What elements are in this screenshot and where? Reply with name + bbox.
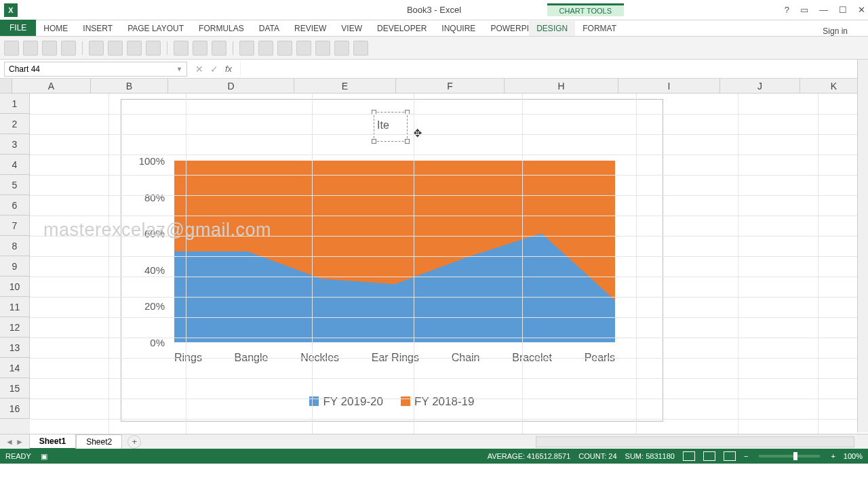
column-header[interactable]: H bbox=[505, 79, 618, 93]
signin-link[interactable]: Sign in bbox=[823, 26, 848, 36]
row-header[interactable]: 8 bbox=[0, 236, 30, 256]
tab-page-layout[interactable]: PAGE LAYOUT bbox=[120, 21, 191, 36]
plot-area[interactable]: 100%80%60%40%20%0% RingsBangleNecklesEar… bbox=[135, 152, 650, 363]
row-header[interactable]: 9 bbox=[0, 256, 30, 277]
horizontal-scrollbar[interactable] bbox=[536, 436, 854, 447]
sheet-tab[interactable]: Sheet1 bbox=[29, 434, 76, 449]
row-header[interactable]: 12 bbox=[0, 317, 30, 338]
qat-icon[interactable] bbox=[127, 41, 142, 56]
status-count: COUNT: 24 bbox=[578, 452, 616, 460]
row-header[interactable]: 11 bbox=[0, 297, 30, 317]
macro-record-icon[interactable]: ▣ bbox=[41, 452, 47, 461]
status-average: AVERAGE: 416512.8571 bbox=[488, 452, 571, 460]
qat-icon[interactable] bbox=[334, 41, 349, 56]
qat-icon[interactable] bbox=[353, 41, 368, 56]
tab-insert[interactable]: INSERT bbox=[75, 21, 120, 36]
row-headers: 12345678910111213141516 bbox=[0, 94, 30, 434]
column-header[interactable]: J bbox=[720, 79, 800, 93]
sheet-tab[interactable]: Sheet2 bbox=[76, 434, 122, 449]
qat-icon[interactable] bbox=[296, 41, 311, 56]
view-normal-icon[interactable] bbox=[683, 451, 695, 461]
qat-icon[interactable] bbox=[258, 41, 273, 56]
qat-icon[interactable] bbox=[193, 41, 208, 56]
sheet-nav-first-icon[interactable]: ◄ bbox=[5, 437, 14, 447]
column-headers: ABDEFHIJK bbox=[0, 79, 868, 94]
maximize-icon[interactable]: ☐ bbox=[839, 5, 847, 15]
qat-icon[interactable] bbox=[108, 41, 123, 56]
ribbon-options-icon[interactable]: ▭ bbox=[800, 5, 808, 15]
tab-view[interactable]: VIEW bbox=[334, 21, 370, 36]
tab-inquire[interactable]: INQUIRE bbox=[434, 21, 483, 36]
minimize-icon[interactable]: — bbox=[819, 5, 828, 15]
row-header[interactable]: 10 bbox=[0, 277, 30, 297]
column-header[interactable]: F bbox=[396, 79, 505, 93]
ribbon-tabs: FILE HOME INSERT PAGE LAYOUT FORMULAS DA… bbox=[0, 20, 868, 37]
chart-plot[interactable] bbox=[174, 161, 615, 342]
row-header[interactable]: 3 bbox=[0, 134, 30, 155]
qat-icon[interactable] bbox=[212, 41, 226, 56]
fx-icon[interactable]: fx bbox=[225, 64, 232, 74]
tab-home[interactable]: HOME bbox=[36, 21, 75, 36]
title-bar: X Book3 - Excel CHART TOOLS ? ▭ — ☐ ✕ bbox=[0, 0, 868, 20]
view-page-break-icon[interactable] bbox=[724, 451, 736, 461]
tab-format[interactable]: FORMAT bbox=[575, 21, 624, 36]
tab-developer[interactable]: DEVELOPER bbox=[370, 21, 434, 36]
qat-icon[interactable] bbox=[315, 41, 330, 56]
close-icon[interactable]: ✕ bbox=[858, 5, 865, 15]
row-header[interactable]: 16 bbox=[0, 399, 30, 419]
view-page-layout-icon[interactable] bbox=[703, 451, 715, 461]
column-header[interactable]: I bbox=[618, 79, 720, 93]
row-header[interactable]: 7 bbox=[0, 216, 30, 236]
vertical-scrollbar[interactable] bbox=[857, 60, 868, 432]
enter-icon[interactable]: ✓ bbox=[210, 64, 218, 75]
help-icon[interactable]: ? bbox=[785, 5, 789, 15]
tab-formulas[interactable]: FORMULAS bbox=[191, 21, 252, 36]
select-all-corner[interactable] bbox=[0, 79, 12, 93]
legend-item[interactable]: FY 2018-19 bbox=[401, 395, 475, 409]
legend-item[interactable]: FY 2019-20 bbox=[309, 395, 383, 409]
sheet-nav-last-icon[interactable]: ► bbox=[16, 437, 24, 447]
name-box[interactable]: Chart 44 ▼ bbox=[4, 62, 187, 77]
column-header[interactable]: A bbox=[12, 79, 91, 93]
qat-icon[interactable] bbox=[146, 41, 161, 56]
row-header[interactable]: 5 bbox=[0, 175, 30, 195]
chart-title-box[interactable]: Ite bbox=[374, 112, 408, 142]
chart-legend[interactable]: FY 2019-20 FY 2018-19 bbox=[121, 395, 663, 409]
qat-icon[interactable] bbox=[89, 41, 104, 56]
row-header[interactable]: 1 bbox=[0, 94, 30, 114]
zoom-slider[interactable] bbox=[759, 455, 820, 458]
new-sheet-button[interactable]: + bbox=[127, 435, 141, 449]
zoom-in-icon[interactable]: + bbox=[831, 452, 835, 460]
qat-icon[interactable] bbox=[61, 41, 76, 56]
row-header[interactable]: 13 bbox=[0, 338, 30, 358]
qat-icon[interactable] bbox=[239, 41, 254, 56]
cancel-icon[interactable]: ✕ bbox=[195, 64, 203, 75]
qat-icon[interactable] bbox=[277, 41, 292, 56]
qat-save-icon[interactable] bbox=[4, 41, 19, 56]
column-header[interactable]: D bbox=[168, 79, 294, 93]
column-header[interactable]: B bbox=[91, 79, 168, 93]
worksheet-grid[interactable]: ABDEFHIJK 12345678910111213141516 master… bbox=[0, 79, 868, 434]
zoom-out-icon[interactable]: − bbox=[744, 452, 748, 460]
row-header[interactable]: 4 bbox=[0, 155, 30, 175]
formula-input[interactable] bbox=[240, 62, 868, 77]
document-title: Book3 - Excel bbox=[407, 5, 461, 15]
chart-object[interactable]: Ite 100%80%60%40%20%0% RingsBangleNeckle… bbox=[121, 99, 663, 422]
row-header[interactable]: 14 bbox=[0, 358, 30, 378]
tab-file[interactable]: FILE bbox=[0, 20, 36, 36]
tab-data[interactable]: DATA bbox=[252, 21, 287, 36]
row-header[interactable]: 15 bbox=[0, 378, 30, 399]
tab-review[interactable]: REVIEW bbox=[287, 21, 334, 36]
row-header[interactable]: 6 bbox=[0, 195, 30, 216]
qat-icon[interactable] bbox=[42, 41, 57, 56]
qat-icon[interactable] bbox=[174, 41, 189, 56]
row-header[interactable]: 2 bbox=[0, 114, 30, 134]
qat-icon[interactable] bbox=[23, 41, 38, 56]
cells-area[interactable]: masterexcelaz@gmail.com Ite 100%80%60%40… bbox=[30, 94, 868, 434]
column-header[interactable]: E bbox=[294, 79, 396, 93]
tab-design[interactable]: DESIGN bbox=[529, 21, 575, 36]
y-axis-labels: 100%80%60%40%20%0% bbox=[135, 152, 169, 363]
series-fy2019-20[interactable] bbox=[174, 161, 615, 342]
name-box-dropdown-icon[interactable]: ▼ bbox=[176, 66, 182, 73]
zoom-level[interactable]: 100% bbox=[844, 452, 863, 460]
